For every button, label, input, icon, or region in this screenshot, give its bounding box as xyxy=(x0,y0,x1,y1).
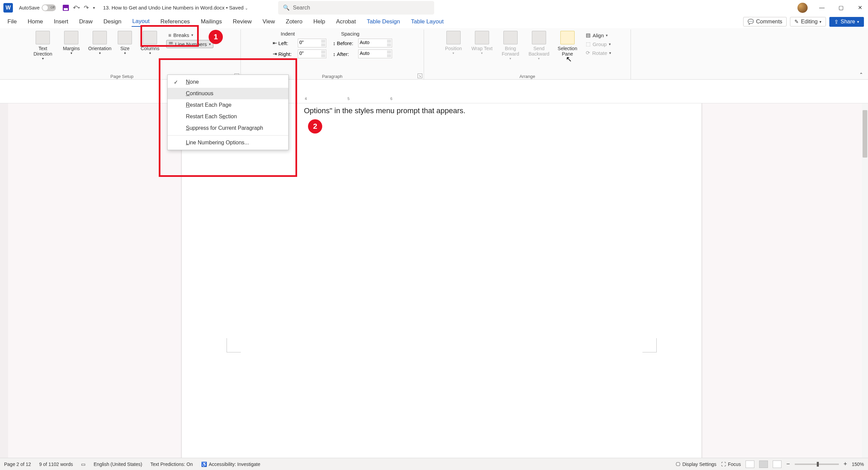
menu-item-line-numbering-options[interactable]: Line Numbering Options... xyxy=(168,137,288,148)
tab-zotero[interactable]: Zotero xyxy=(285,17,303,26)
indent-right-label: ⇥Right: xyxy=(273,51,296,57)
collapse-ribbon-button[interactable]: ⌃ xyxy=(859,72,863,77)
user-avatar[interactable] xyxy=(797,3,808,13)
tab-draw[interactable]: Draw xyxy=(78,17,93,26)
chevron-down-icon: ▾ xyxy=(606,33,608,38)
page-margin-guide xyxy=(227,338,241,352)
focus-icon: ⛶ xyxy=(721,462,726,467)
wrap-text-button: Wrap Text▾ xyxy=(470,31,494,55)
position-button: Position▾ xyxy=(441,31,466,55)
bring-forward-button: Bring Forward▾ xyxy=(498,31,523,60)
web-layout-button[interactable] xyxy=(773,461,782,468)
tab-table-layout[interactable]: Table Layout xyxy=(410,17,444,26)
zoom-in-button[interactable]: + xyxy=(844,461,847,468)
zoom-level[interactable]: 150% xyxy=(852,462,864,467)
bring-forward-icon xyxy=(503,31,518,44)
comments-button[interactable]: 💬Comments xyxy=(743,17,787,26)
tab-layout[interactable]: Layout xyxy=(132,17,150,27)
horizontal-ruler[interactable]: 1 2 3 4 5 6 xyxy=(0,97,868,103)
status-accessibility[interactable]: ♿Accessibility: Investigate xyxy=(201,462,261,467)
menu-item-none[interactable]: ✓None xyxy=(168,76,288,88)
tab-file[interactable]: File xyxy=(7,17,17,26)
zoom-slider-handle[interactable] xyxy=(817,462,819,467)
document-title[interactable]: 13. How to Get and Undo Line Numbers in … xyxy=(103,5,248,11)
spacing-before-input[interactable]: Auto xyxy=(358,39,392,47)
undo-button[interactable]: ↶▾ xyxy=(73,4,80,12)
tab-view[interactable]: View xyxy=(262,17,276,26)
tab-review[interactable]: Review xyxy=(232,17,252,26)
indent-left-input[interactable]: 0" xyxy=(298,39,326,47)
orientation-button[interactable]: Orientation▾ xyxy=(88,31,112,55)
align-icon: ▤ xyxy=(586,32,591,38)
print-layout-button[interactable] xyxy=(759,461,768,468)
chevron-down-icon: ▾ xyxy=(527,57,551,60)
maximize-button[interactable]: ▢ xyxy=(836,4,846,11)
status-page[interactable]: Page 2 of 12 xyxy=(4,462,31,467)
document-scroll[interactable]: Options" in the styles menu prompt that … xyxy=(8,103,868,458)
chevron-down-icon: ▾ xyxy=(93,5,95,10)
tab-table-design[interactable]: Table Design xyxy=(366,17,401,26)
save-button[interactable] xyxy=(63,5,69,11)
breaks-button[interactable]: ≡Breaks▾ xyxy=(166,32,213,39)
rotate-button: ⟳Rotate▾ xyxy=(584,49,613,57)
autosave-switch[interactable]: Off xyxy=(42,4,56,11)
margins-button[interactable]: Margins▾ xyxy=(59,31,83,55)
status-words[interactable]: 9 of 1102 words xyxy=(39,462,73,467)
zoom-slider[interactable] xyxy=(795,464,839,465)
size-icon xyxy=(118,31,132,44)
indent-right-input[interactable]: 0" xyxy=(298,49,326,58)
chevron-down-icon: ▾ xyxy=(78,6,80,9)
editing-mode-button[interactable]: ✎Editing▾ xyxy=(790,17,826,26)
checkmark-icon: ✓ xyxy=(174,79,178,85)
autosave-toggle[interactable]: AutoSave Off xyxy=(19,4,56,11)
minimize-button[interactable]: — xyxy=(817,5,827,11)
text-direction-button[interactable]: Text Direction▾ xyxy=(31,31,55,60)
document-area: Options" in the styles menu prompt that … xyxy=(0,103,868,458)
chevron-down-icon: ▾ xyxy=(59,51,83,55)
menu-item-restart-page[interactable]: Restart Each Page xyxy=(168,99,288,111)
focus-button[interactable]: ⛶Focus xyxy=(721,462,741,467)
tab-references[interactable]: References xyxy=(160,17,191,26)
menu-item-restart-section[interactable]: Restart Each Section xyxy=(168,111,288,122)
selection-pane-icon xyxy=(560,31,575,44)
close-window-button[interactable]: ✕ xyxy=(855,4,865,11)
menu-item-suppress[interactable]: Suppress for Current Paragraph xyxy=(168,122,288,134)
autosave-label: AutoSave xyxy=(19,5,40,11)
chevron-down-icon: ▾ xyxy=(138,51,162,55)
redo-icon: ↷ xyxy=(84,4,89,12)
vertical-scrollbar[interactable] xyxy=(862,103,868,458)
qat-customize-button[interactable]: ▾ xyxy=(93,5,95,10)
group-label: Arrange xyxy=(424,74,631,79)
tab-insert[interactable]: Insert xyxy=(53,17,69,26)
tab-mailings[interactable]: Mailings xyxy=(200,17,223,26)
tab-help[interactable]: Help xyxy=(313,17,326,26)
redo-button[interactable]: ↷ xyxy=(84,4,89,12)
line-numbers-dropdown: ✓None Continuous Restart Each Page Resta… xyxy=(167,75,289,150)
ribbon-layout: Text Direction▾ Margins▾ Orientation▾ Si… xyxy=(0,28,868,80)
size-button[interactable]: Size▾ xyxy=(116,31,134,55)
document-page[interactable]: Options" in the styles menu prompt that … xyxy=(182,103,701,458)
tab-acrobat[interactable]: Acrobat xyxy=(335,17,357,26)
accessibility-icon: ♿ xyxy=(201,462,207,467)
read-mode-button[interactable] xyxy=(746,461,754,468)
line-numbers-button[interactable]: ☰Line Numbers▾ xyxy=(166,40,213,48)
tab-design[interactable]: Design xyxy=(103,17,122,26)
share-button[interactable]: ⇪Share▾ xyxy=(829,17,864,27)
zoom-out-button[interactable]: − xyxy=(786,461,790,468)
status-language[interactable]: English (United States) xyxy=(94,462,142,467)
status-text-predictions[interactable]: Text Predictions: On xyxy=(150,462,193,467)
menu-item-continuous[interactable]: Continuous xyxy=(168,88,288,99)
tab-home[interactable]: Home xyxy=(27,17,43,26)
display-settings-button[interactable]: 🖵Display Settings xyxy=(676,462,716,467)
search-box[interactable]: 🔍 Search xyxy=(278,1,434,15)
paragraph-launcher[interactable]: ↘ xyxy=(418,74,422,78)
align-button[interactable]: ▤Align▾ xyxy=(584,32,613,39)
status-spellcheck[interactable]: ▭ xyxy=(81,462,85,467)
selection-pane-button[interactable]: Selection Pane xyxy=(555,31,580,57)
spacing-after-input[interactable]: Auto xyxy=(358,49,392,58)
chevron-down-icon: ▾ xyxy=(441,51,466,55)
document-text[interactable]: Options" in the styles menu prompt that … xyxy=(304,106,465,115)
status-bar: Page 2 of 12 9 of 1102 words ▭ English (… xyxy=(0,458,868,470)
columns-button[interactable]: Columns▾ xyxy=(138,31,162,55)
scrollbar-thumb[interactable] xyxy=(863,110,867,158)
